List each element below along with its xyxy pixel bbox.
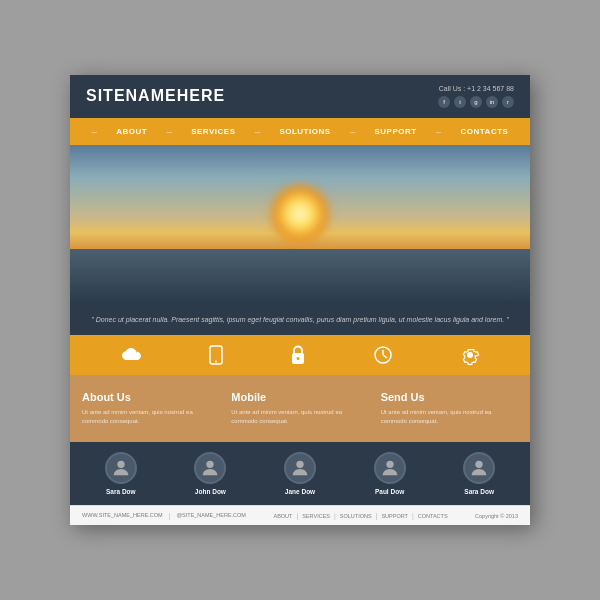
nav-item-solutions[interactable]: SOLUTIONS [279, 127, 330, 136]
nav-sep-1: – [92, 126, 98, 137]
nav: – ABOUT – SERVICES – SOLUTIONS – SUPPORT… [70, 118, 530, 145]
tablet-icon [209, 345, 223, 365]
footer-copyright: Copyright © 2013 [475, 513, 518, 519]
member-name-2: John Dow [195, 488, 226, 495]
nav-sep-2: – [166, 126, 172, 137]
svg-point-7 [117, 461, 124, 468]
social-icon-facebook[interactable]: f [438, 96, 450, 108]
features-section: About Us Ut ante ad minim veniam, quis n… [70, 375, 530, 442]
header-right: Call Us : +1 2 34 567 88 f t g in r [438, 85, 514, 108]
svg-point-10 [386, 461, 393, 468]
footer-center: ABOUT | SERVICES | SOLUTIONS | SUPPORT |… [273, 512, 447, 519]
social-icons: f t g in r [438, 96, 514, 108]
cloud-icon [120, 347, 142, 363]
footer-sep-1: | [296, 512, 298, 519]
nav-item-contacts[interactable]: CONTACTS [461, 127, 509, 136]
member-name-5: Sara Dow [464, 488, 494, 495]
gear-icon [460, 345, 480, 365]
icons-bar [70, 335, 530, 375]
feature-mobile-title: Mobile [231, 391, 368, 403]
footer-nav-solutions[interactable]: SOLUTIONS [340, 513, 372, 519]
header: SITENAMEHERE Call Us : +1 2 34 567 88 f … [70, 75, 530, 118]
footer-sep-4: | [412, 512, 414, 519]
social-icon-linkedin[interactable]: in [486, 96, 498, 108]
footer-link-website[interactable]: WWW.SITE_NAME_HERE.COM [82, 512, 163, 519]
team-member-2: John Dow [194, 452, 226, 495]
footer-sep-left: | [169, 512, 171, 519]
svg-line-6 [383, 355, 387, 358]
site-name: SITENAMEHERE [86, 87, 225, 105]
svg-point-11 [476, 461, 483, 468]
team-section: Sara Dow John Dow Jane Dow [70, 442, 530, 505]
footer-nav-contacts[interactable]: CONTACTS [418, 513, 448, 519]
feature-mobile-text: Ut ante ad minim veniam, quis nostrud ea… [231, 408, 368, 426]
nav-sep-5: – [436, 126, 442, 137]
avatar-2 [194, 452, 226, 484]
feature-about: About Us Ut ante ad minim veniam, quis n… [82, 391, 219, 426]
feature-mobile: Mobile Ut ante ad minim veniam, quis nos… [231, 391, 368, 426]
team-member-4: Paul Dow [374, 452, 406, 495]
nav-item-support[interactable]: SUPPORT [374, 127, 416, 136]
footer: WWW.SITE_NAME_HERE.COM | @SITE_NAME_HERE… [70, 505, 530, 525]
feature-about-text: Ut ante ad minim veniam, quis nostrud ea… [82, 408, 219, 426]
feature-sendus: Send Us Ut ante ad minim veniam, quis no… [381, 391, 518, 426]
website-mockup: SITENAMEHERE Call Us : +1 2 34 567 88 f … [70, 75, 530, 526]
footer-sep-2: | [334, 512, 336, 519]
nav-item-about[interactable]: ABOUT [116, 127, 147, 136]
hero-horizon [70, 249, 530, 305]
avatar-4 [374, 452, 406, 484]
feature-sendus-title: Send Us [381, 391, 518, 403]
quote-bar: " Donec ut placerat nulla. Praesent sagi… [70, 305, 530, 336]
social-icon-google[interactable]: g [470, 96, 482, 108]
footer-link-email[interactable]: @SITE_NAME_HERE.COM [177, 512, 246, 519]
footer-left: WWW.SITE_NAME_HERE.COM | @SITE_NAME_HERE… [82, 512, 246, 519]
team-member-1: Sara Dow [105, 452, 137, 495]
svg-point-1 [215, 361, 217, 363]
nav-sep-4: – [350, 126, 356, 137]
feature-about-title: About Us [82, 391, 219, 403]
hero-sun [270, 184, 330, 244]
avatar-5 [463, 452, 495, 484]
call-us: Call Us : +1 2 34 567 88 [439, 85, 514, 92]
quote-text: " Donec ut placerat nulla. Praesent sagi… [90, 315, 510, 326]
social-icon-twitter[interactable]: t [454, 96, 466, 108]
nav-item-services[interactable]: SERVICES [191, 127, 235, 136]
footer-nav-about[interactable]: ABOUT [273, 513, 292, 519]
footer-nav-services[interactable]: SERVICES [302, 513, 330, 519]
avatar-1 [105, 452, 137, 484]
svg-point-9 [296, 461, 303, 468]
svg-point-8 [207, 461, 214, 468]
hero-image [70, 145, 530, 305]
team-member-3: Jane Dow [284, 452, 316, 495]
svg-point-3 [296, 357, 299, 360]
avatar-3 [284, 452, 316, 484]
footer-nav-support[interactable]: SUPPORT [381, 513, 408, 519]
clock-icon [373, 345, 393, 365]
member-name-4: Paul Dow [375, 488, 404, 495]
footer-sep-3: | [376, 512, 378, 519]
lock-icon [290, 345, 306, 365]
member-name-3: Jane Dow [285, 488, 315, 495]
social-icon-rss[interactable]: r [502, 96, 514, 108]
team-member-5: Sara Dow [463, 452, 495, 495]
member-name-1: Sara Dow [106, 488, 136, 495]
nav-sep-3: – [255, 126, 261, 137]
feature-sendus-text: Ut ante ad minim veniam, quis nostrud ea… [381, 408, 518, 426]
